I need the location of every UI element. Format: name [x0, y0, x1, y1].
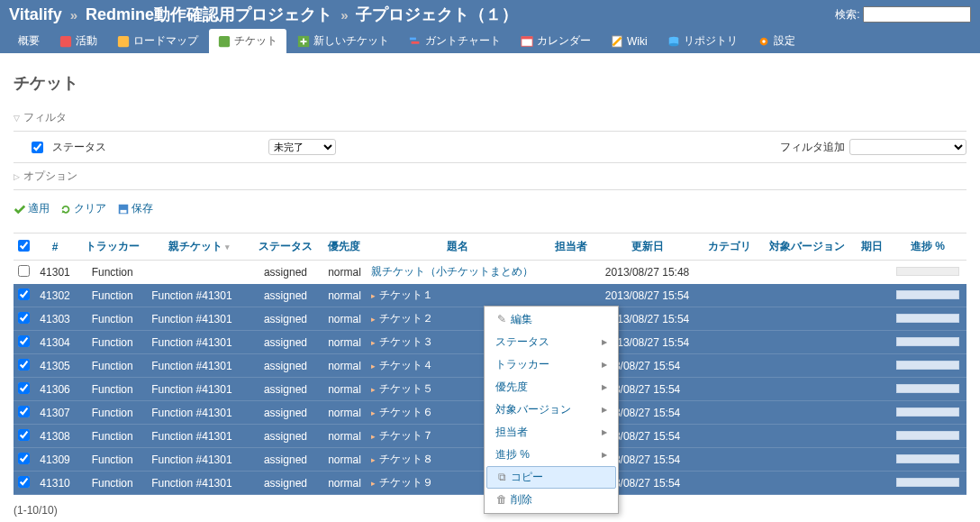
context-menu[interactable]: ✎ 編集 ステータス トラッカー 優先度 対象バージョン 担当者 進捗 % ⧉ … — [484, 306, 619, 514]
cell-status: assigned — [250, 401, 321, 425]
cell-priority: normal — [322, 425, 368, 448]
tab-activity[interactable]: 活動 — [50, 29, 106, 53]
cell-tracker: Function — [77, 425, 148, 448]
menu-edit[interactable]: ✎ 編集 — [486, 308, 616, 331]
col-priority[interactable]: 優先度 — [322, 234, 368, 261]
cell-category — [701, 448, 759, 472]
row-checkbox[interactable] — [18, 406, 30, 417]
col-category[interactable]: カテゴリ — [701, 234, 759, 261]
cell-progress — [889, 472, 966, 495]
row-checkbox[interactable] — [18, 312, 30, 324]
cell-id[interactable]: 41308 — [33, 425, 77, 448]
cell-parent[interactable]: Function #41301 — [148, 354, 250, 378]
cell-parent[interactable]: Function #41301 — [148, 331, 250, 354]
col-assignee[interactable]: 担当者 — [548, 234, 594, 261]
tab-wiki[interactable]: Wiki — [602, 29, 657, 53]
menu-assignee[interactable]: 担当者 — [486, 421, 616, 444]
cell-progress — [889, 331, 966, 354]
tab-gantt[interactable]: ガントチャート — [400, 29, 510, 53]
tab-new-issue[interactable]: 新しいチケット — [288, 29, 398, 53]
menu-done[interactable]: 進捗 % — [486, 444, 616, 466]
cell-subject[interactable]: 親チケット（小チケットまとめ） — [368, 261, 548, 284]
options-legend[interactable]: ▷ オプション — [14, 165, 966, 188]
cell-tracker: Function — [77, 331, 148, 354]
tab-repository[interactable]: リポジトリ — [658, 29, 747, 53]
cell-updated: 2013/08/27 15:54 — [594, 284, 701, 307]
cell-id[interactable]: 41301 — [33, 261, 77, 284]
cell-due — [856, 448, 889, 472]
cell-parent[interactable]: Function #41301 — [148, 472, 250, 495]
row-checkbox[interactable] — [18, 335, 30, 347]
col-done[interactable]: 進捗 % — [889, 234, 966, 261]
row-checkbox[interactable] — [18, 453, 30, 464]
col-updated[interactable]: 更新日 — [594, 234, 701, 261]
menu-status[interactable]: ステータス — [486, 331, 616, 353]
filter-actions: 適用 クリア 保存 — [14, 192, 966, 225]
gantt-icon — [409, 35, 422, 48]
tab-roadmap[interactable]: ロードマップ — [108, 29, 207, 53]
breadcrumb-parent[interactable]: Redmine動作確認用プロジェクト — [86, 5, 332, 23]
filter-legend[interactable]: ▽ フィルタ — [14, 106, 966, 129]
row-checkbox[interactable] — [18, 359, 30, 371]
chevron-right-icon: » — [70, 7, 77, 23]
cell-parent[interactable]: Function #41301 — [148, 401, 250, 425]
apply-button[interactable]: 適用 — [14, 202, 50, 215]
cell-id[interactable]: 41302 — [33, 284, 77, 307]
search-input[interactable] — [863, 6, 971, 23]
table-row[interactable]: 41302FunctionFunction #41301assignednorm… — [14, 284, 966, 307]
svg-rect-5 — [412, 41, 420, 44]
cell-id[interactable]: 41309 — [33, 448, 77, 472]
cell-status: assigned — [250, 448, 321, 472]
cell-priority: normal — [322, 307, 368, 331]
filter-status-checkbox[interactable] — [32, 142, 43, 153]
cell-version — [759, 331, 856, 354]
cell-parent[interactable]: Function #41301 — [148, 307, 250, 331]
cell-id[interactable]: 41304 — [33, 331, 77, 354]
menu-tracker[interactable]: トラッカー — [486, 353, 616, 376]
select-all-checkbox[interactable] — [18, 240, 30, 252]
row-checkbox[interactable] — [18, 476, 30, 488]
col-tracker[interactable]: トラッカー — [77, 234, 148, 261]
cell-subject[interactable]: ▸チケット１ — [368, 284, 548, 307]
svg-rect-4 — [410, 37, 416, 40]
cell-id[interactable]: 41306 — [33, 378, 77, 401]
row-checkbox[interactable] — [18, 429, 30, 441]
row-checkbox[interactable] — [18, 288, 30, 300]
cell-tracker: Function — [77, 354, 148, 378]
table-row[interactable]: 41301Functionassignednormal親チケット（小チケットまと… — [14, 261, 966, 284]
col-parent[interactable]: 親チケット — [148, 234, 250, 261]
cell-id[interactable]: 41303 — [33, 307, 77, 331]
cell-id[interactable]: 41307 — [33, 401, 77, 425]
cell-category — [701, 425, 759, 448]
filter-status-select[interactable]: 未完了 — [268, 139, 336, 155]
col-due[interactable]: 期日 — [856, 234, 889, 261]
row-checkbox[interactable] — [18, 382, 30, 394]
menu-copy[interactable]: ⧉ コピー — [486, 466, 616, 489]
tab-settings[interactable]: 設定 — [749, 29, 804, 53]
col-subject[interactable]: 題名 — [368, 234, 548, 261]
cell-category — [701, 261, 759, 284]
cell-parent[interactable]: Function #41301 — [148, 448, 250, 472]
menu-priority[interactable]: 優先度 — [486, 376, 616, 398]
cell-id[interactable]: 41305 — [33, 354, 77, 378]
cell-id[interactable]: 41310 — [33, 472, 77, 495]
col-status[interactable]: ステータス — [250, 234, 321, 261]
cell-parent[interactable]: Function #41301 — [148, 378, 250, 401]
col-version[interactable]: 対象バージョン — [759, 234, 856, 261]
row-checkbox[interactable] — [18, 265, 30, 277]
tab-overview[interactable]: 概要 — [9, 29, 49, 53]
col-id[interactable]: # — [33, 234, 77, 261]
cell-parent[interactable] — [148, 261, 250, 284]
save-button[interactable]: 保存 — [117, 202, 153, 215]
cell-priority: normal — [322, 401, 368, 425]
menu-delete[interactable]: 🗑 削除 — [486, 489, 616, 511]
clear-button[interactable]: クリア — [59, 202, 106, 215]
tab-issues[interactable]: チケット — [209, 29, 286, 53]
cell-parent[interactable]: Function #41301 — [148, 425, 250, 448]
tab-calendar[interactable]: カレンダー — [512, 29, 600, 53]
cell-parent[interactable]: Function #41301 — [148, 284, 250, 307]
menu-version[interactable]: 対象バージョン — [486, 398, 616, 421]
filter-status-label: ステータス — [52, 140, 106, 155]
breadcrumb-root[interactable]: Vitalify — [9, 5, 62, 23]
filter-add-select[interactable] — [849, 139, 966, 155]
